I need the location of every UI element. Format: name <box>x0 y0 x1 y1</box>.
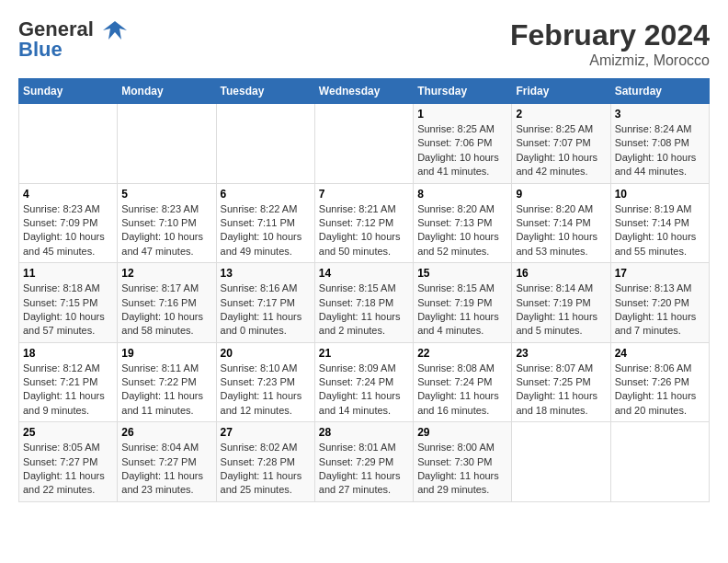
day-info: Sunrise: 8:25 AM Sunset: 7:06 PM Dayligh… <box>417 122 507 179</box>
day-cell: 22Sunrise: 8:08 AM Sunset: 7:24 PM Dayli… <box>414 342 512 422</box>
day-cell: 3Sunrise: 8:24 AM Sunset: 7:08 PM Daylig… <box>610 104 709 184</box>
day-cell <box>19 104 118 184</box>
day-number: 21 <box>319 347 409 360</box>
day-info: Sunrise: 8:22 AM Sunset: 7:11 PM Dayligh… <box>221 202 311 259</box>
header-cell-thursday: Thursday <box>414 79 512 104</box>
page-subtitle: Amizmiz, Morocco <box>510 52 710 69</box>
day-info: Sunrise: 8:05 AM Sunset: 7:27 PM Dayligh… <box>23 441 113 498</box>
header-row: SundayMondayTuesdayWednesdayThursdayFrid… <box>19 79 710 104</box>
day-info: Sunrise: 8:16 AM Sunset: 7:17 PM Dayligh… <box>221 282 311 339</box>
day-info: Sunrise: 8:23 AM Sunset: 7:10 PM Dayligh… <box>121 202 211 259</box>
day-info: Sunrise: 8:10 AM Sunset: 7:23 PM Dayligh… <box>221 362 311 419</box>
page-header: General Blue February 2024 Amizmiz, Moro… <box>18 18 710 69</box>
day-cell: 18Sunrise: 8:12 AM Sunset: 7:21 PM Dayli… <box>19 342 118 422</box>
day-number: 29 <box>417 426 507 439</box>
day-cell <box>314 104 413 184</box>
day-number: 16 <box>516 267 606 280</box>
day-info: Sunrise: 8:08 AM Sunset: 7:24 PM Dayligh… <box>417 362 507 419</box>
day-info: Sunrise: 8:23 AM Sunset: 7:09 PM Dayligh… <box>23 202 113 259</box>
calendar-header: SundayMondayTuesdayWednesdayThursdayFrid… <box>19 79 710 104</box>
day-cell <box>216 104 314 184</box>
header-cell-friday: Friday <box>512 79 610 104</box>
day-info: Sunrise: 8:01 AM Sunset: 7:29 PM Dayligh… <box>319 441 409 498</box>
day-number: 4 <box>23 188 113 201</box>
day-number: 10 <box>615 188 705 201</box>
header-cell-saturday: Saturday <box>610 79 709 104</box>
day-info: Sunrise: 8:20 AM Sunset: 7:14 PM Dayligh… <box>516 202 606 259</box>
day-number: 18 <box>23 347 113 360</box>
day-cell <box>118 104 216 184</box>
page-title: February 2024 <box>510 18 710 52</box>
day-info: Sunrise: 8:18 AM Sunset: 7:15 PM Dayligh… <box>23 282 113 339</box>
day-info: Sunrise: 8:14 AM Sunset: 7:19 PM Dayligh… <box>516 282 606 339</box>
day-info: Sunrise: 8:20 AM Sunset: 7:13 PM Dayligh… <box>417 202 507 259</box>
day-number: 17 <box>615 267 705 280</box>
day-info: Sunrise: 8:17 AM Sunset: 7:16 PM Dayligh… <box>121 282 211 339</box>
day-number: 7 <box>319 188 409 201</box>
logo: General Blue <box>18 18 129 62</box>
day-cell: 17Sunrise: 8:13 AM Sunset: 7:20 PM Dayli… <box>610 263 709 343</box>
day-cell: 26Sunrise: 8:04 AM Sunset: 7:27 PM Dayli… <box>118 422 216 502</box>
day-info: Sunrise: 8:06 AM Sunset: 7:26 PM Dayligh… <box>615 362 705 419</box>
day-cell: 9Sunrise: 8:20 AM Sunset: 7:14 PM Daylig… <box>512 183 610 263</box>
week-row-2: 4Sunrise: 8:23 AM Sunset: 7:09 PM Daylig… <box>19 183 710 263</box>
week-row-3: 11Sunrise: 8:18 AM Sunset: 7:15 PM Dayli… <box>19 263 710 343</box>
day-number: 2 <box>516 108 606 121</box>
day-info: Sunrise: 8:21 AM Sunset: 7:12 PM Dayligh… <box>319 202 409 259</box>
day-info: Sunrise: 8:07 AM Sunset: 7:25 PM Dayligh… <box>516 362 606 419</box>
day-number: 11 <box>23 267 113 280</box>
day-number: 22 <box>417 347 507 360</box>
day-cell: 7Sunrise: 8:21 AM Sunset: 7:12 PM Daylig… <box>314 183 413 263</box>
header-cell-tuesday: Tuesday <box>216 79 314 104</box>
day-number: 8 <box>417 188 507 201</box>
day-cell: 16Sunrise: 8:14 AM Sunset: 7:19 PM Dayli… <box>512 263 610 343</box>
day-number: 25 <box>23 426 113 439</box>
day-number: 28 <box>319 426 409 439</box>
day-cell: 14Sunrise: 8:15 AM Sunset: 7:18 PM Dayli… <box>314 263 413 343</box>
day-number: 12 <box>121 267 211 280</box>
day-cell <box>512 422 610 502</box>
header-cell-monday: Monday <box>118 79 216 104</box>
day-info: Sunrise: 8:24 AM Sunset: 7:08 PM Dayligh… <box>615 122 705 179</box>
day-cell: 27Sunrise: 8:02 AM Sunset: 7:28 PM Dayli… <box>216 422 314 502</box>
day-number: 26 <box>121 426 211 439</box>
day-number: 15 <box>417 267 507 280</box>
day-number: 9 <box>516 188 606 201</box>
day-info: Sunrise: 8:09 AM Sunset: 7:24 PM Dayligh… <box>319 362 409 419</box>
calendar-table: SundayMondayTuesdayWednesdayThursdayFrid… <box>18 78 710 502</box>
svg-marker-0 <box>103 21 127 40</box>
day-cell: 6Sunrise: 8:22 AM Sunset: 7:11 PM Daylig… <box>216 183 314 263</box>
week-row-1: 1Sunrise: 8:25 AM Sunset: 7:06 PM Daylig… <box>19 104 710 184</box>
day-cell: 20Sunrise: 8:10 AM Sunset: 7:23 PM Dayli… <box>216 342 314 422</box>
day-number: 13 <box>221 267 311 280</box>
week-row-4: 18Sunrise: 8:12 AM Sunset: 7:21 PM Dayli… <box>19 342 710 422</box>
day-cell: 1Sunrise: 8:25 AM Sunset: 7:06 PM Daylig… <box>414 104 512 184</box>
day-number: 14 <box>319 267 409 280</box>
day-number: 1 <box>417 108 507 121</box>
day-info: Sunrise: 8:15 AM Sunset: 7:19 PM Dayligh… <box>417 282 507 339</box>
day-cell: 23Sunrise: 8:07 AM Sunset: 7:25 PM Dayli… <box>512 342 610 422</box>
day-info: Sunrise: 8:25 AM Sunset: 7:07 PM Dayligh… <box>516 122 606 179</box>
day-number: 20 <box>221 347 311 360</box>
day-cell: 11Sunrise: 8:18 AM Sunset: 7:15 PM Dayli… <box>19 263 118 343</box>
day-cell: 13Sunrise: 8:16 AM Sunset: 7:17 PM Dayli… <box>216 263 314 343</box>
day-cell: 2Sunrise: 8:25 AM Sunset: 7:07 PM Daylig… <box>512 104 610 184</box>
header-cell-sunday: Sunday <box>19 79 118 104</box>
day-cell: 21Sunrise: 8:09 AM Sunset: 7:24 PM Dayli… <box>314 342 413 422</box>
day-cell <box>610 422 709 502</box>
day-cell: 8Sunrise: 8:20 AM Sunset: 7:13 PM Daylig… <box>414 183 512 263</box>
day-info: Sunrise: 8:15 AM Sunset: 7:18 PM Dayligh… <box>319 282 409 339</box>
calendar-body: 1Sunrise: 8:25 AM Sunset: 7:06 PM Daylig… <box>19 104 710 502</box>
day-cell: 12Sunrise: 8:17 AM Sunset: 7:16 PM Dayli… <box>118 263 216 343</box>
day-cell: 25Sunrise: 8:05 AM Sunset: 7:27 PM Dayli… <box>19 422 118 502</box>
day-cell: 19Sunrise: 8:11 AM Sunset: 7:22 PM Dayli… <box>118 342 216 422</box>
day-number: 24 <box>615 347 705 360</box>
day-cell: 5Sunrise: 8:23 AM Sunset: 7:10 PM Daylig… <box>118 183 216 263</box>
day-info: Sunrise: 8:00 AM Sunset: 7:30 PM Dayligh… <box>417 441 507 498</box>
day-number: 23 <box>516 347 606 360</box>
day-info: Sunrise: 8:11 AM Sunset: 7:22 PM Dayligh… <box>121 362 211 419</box>
day-number: 27 <box>221 426 311 439</box>
day-cell: 4Sunrise: 8:23 AM Sunset: 7:09 PM Daylig… <box>19 183 118 263</box>
day-number: 3 <box>615 108 705 121</box>
day-cell: 10Sunrise: 8:19 AM Sunset: 7:14 PM Dayli… <box>610 183 709 263</box>
